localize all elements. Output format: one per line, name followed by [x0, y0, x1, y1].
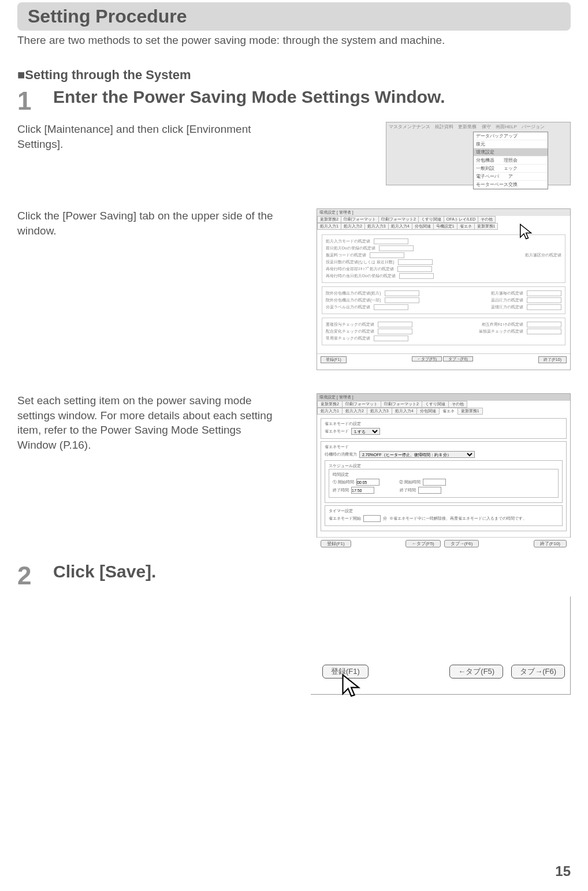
- settings-body: 省エネモードの設定 省エネモード 1.する 省エネモード 待機時の消費電力 2.…: [317, 415, 570, 537]
- step-title: Click [Save].: [53, 561, 156, 583]
- substep-text: Click [Maintenance] and then click [Envi…: [17, 122, 277, 151]
- start2-input[interactable]: [423, 479, 446, 486]
- legend: 省エネモードの設定: [325, 421, 563, 427]
- next-tab-button[interactable]: タブ→(F6): [511, 665, 565, 678]
- start1-input[interactable]: [356, 479, 379, 486]
- power-label: 待機時の消費電力: [325, 452, 357, 457]
- legend: タイマー設定: [329, 508, 559, 514]
- select-field[interactable]: [527, 304, 561, 310]
- menu-item[interactable]: 更新業務: [458, 124, 477, 129]
- section-header: Setting Procedure: [17, 2, 571, 31]
- tab[interactable]: 号機設定1: [433, 223, 457, 230]
- next-tab-button[interactable]: タブ→(F6): [443, 356, 473, 361]
- tab[interactable]: 処方入力4: [388, 223, 412, 230]
- prev-tab-button[interactable]: ←タブ(F5): [449, 665, 503, 678]
- timer-unit: 分: [383, 516, 387, 521]
- dialog-footer: 登録(F1) ←タブ(F5) タブ→(F6) 終了(F10): [317, 353, 570, 366]
- tab[interactable]: 処方入力1: [317, 408, 343, 415]
- tab[interactable]: OFAトレイ/LED: [444, 216, 479, 223]
- tab[interactable]: 処方入力3: [367, 408, 392, 415]
- select-field[interactable]: [385, 297, 419, 303]
- menu-item[interactable]: 統計資料: [435, 124, 453, 129]
- end1-label: 終了時間: [333, 487, 349, 493]
- dropdown-item[interactable]: モーターベース交換: [474, 181, 548, 189]
- tab[interactable]: 印刷フォーマット: [341, 216, 379, 223]
- select-field[interactable]: [374, 335, 408, 341]
- menu-item[interactable]: 画面HELP: [496, 124, 517, 129]
- select-field[interactable]: [379, 245, 414, 251]
- menu-item[interactable]: マスタメンテナンス: [389, 124, 430, 129]
- dropdown-item[interactable]: 電子ペーパ ア: [474, 173, 548, 181]
- close-button[interactable]: 終了(F10): [538, 356, 567, 363]
- select-field[interactable]: [527, 290, 561, 296]
- select-field[interactable]: [378, 329, 412, 334]
- menu-item[interactable]: バージョン: [522, 124, 545, 129]
- select-field[interactable]: [399, 273, 434, 279]
- select-field[interactable]: [385, 290, 419, 296]
- tab[interactable]: くすり関連: [418, 216, 444, 223]
- step-number: 2: [17, 561, 40, 588]
- input-field[interactable]: [398, 259, 433, 265]
- tab[interactable]: その他: [448, 401, 467, 408]
- timer-label: 省エネモード開始: [329, 516, 361, 521]
- tab[interactable]: 印刷フォーマット2: [378, 216, 419, 223]
- menu-item[interactable]: 保守: [482, 124, 491, 129]
- tab[interactable]: 印刷フォーマット: [342, 401, 381, 408]
- screenshot-power-saving: 環境設定 [ 管理者 ] 更新業務2 印刷フォーマット 印刷フォーマット2 くす…: [317, 393, 571, 538]
- timer-input[interactable]: [363, 515, 381, 522]
- select-field[interactable]: [527, 297, 561, 303]
- tab-power-saving[interactable]: 省エネ: [439, 408, 458, 415]
- step-2: 2 Click [Save].: [17, 561, 571, 588]
- tab[interactable]: 処方入力2: [342, 408, 367, 415]
- tab[interactable]: 印刷フォーマット2: [381, 401, 422, 408]
- prev-tab-button[interactable]: ←タブ(F5): [412, 356, 442, 361]
- tab[interactable]: 処方入力3: [364, 223, 389, 230]
- tab[interactable]: 処方入力2: [341, 223, 365, 230]
- tab[interactable]: 更新業務2: [317, 401, 343, 408]
- substep-save: 登録(F1) ←タブ(F5) タブ→(F6): [17, 597, 571, 695]
- tab[interactable]: 処方入力4: [392, 408, 417, 415]
- subheading: ■Setting through the System: [17, 68, 571, 83]
- fieldset-time: 時間設定 ① 開始時間 ② 開始時間 終了時間 終了時間: [329, 469, 559, 498]
- screenshot-menu: マスタメンテナンス 統計資料 更新業務 保守 画面HELP バージョン データバ…: [386, 122, 571, 185]
- dropdown-item[interactable]: 一般則設 ェック: [474, 165, 548, 173]
- select-field[interactable]: [527, 329, 561, 334]
- save-button[interactable]: 登録(F1): [321, 356, 347, 363]
- select-field[interactable]: [374, 238, 408, 244]
- tabs-row-1: 更新業務2 印刷フォーマット 印刷フォーマット2 くすり関連 その他: [317, 401, 570, 408]
- tab[interactable]: その他: [478, 216, 496, 223]
- section-title: Setting Procedure: [28, 6, 560, 27]
- mode-select[interactable]: 1.する: [351, 428, 380, 435]
- save-button[interactable]: 登録(F1): [321, 540, 351, 547]
- dropdown-menu: データバックアップ 復元 環境設定 分包機器 理照会 一般則設 ェック 電子ペー…: [473, 132, 548, 189]
- tab[interactable]: 更新業務2: [317, 216, 341, 223]
- screenshot-save: 登録(F1) ←タブ(F5) タブ→(F6): [305, 597, 571, 695]
- dropdown-item[interactable]: 分包機器 理照会: [474, 156, 548, 165]
- tab[interactable]: 更新業務1: [474, 223, 498, 230]
- step-1: 1 Enter the Power Saving Mode Settings W…: [17, 86, 571, 114]
- tab[interactable]: 分包関連: [412, 223, 434, 230]
- next-tab-button[interactable]: タブ→(F6): [444, 540, 479, 547]
- tab[interactable]: 処方入力1: [317, 223, 341, 230]
- end2-input[interactable]: [418, 487, 441, 494]
- power-select[interactable]: 2.70%OFF（ヒーター停止、復帰時間：約 8 分）: [359, 451, 475, 458]
- dropdown-item[interactable]: データバックアップ: [474, 132, 548, 140]
- select-field[interactable]: [397, 266, 432, 272]
- substep-2: Click the [Power Saving] tab on the uppe…: [17, 208, 571, 370]
- close-button[interactable]: 終了(F10): [534, 540, 567, 547]
- end1-input[interactable]: [351, 487, 374, 494]
- timer-note: ※省エネモード中に一時解除後、再度省エネモードに入るまでの時間です。: [389, 516, 527, 521]
- select-field[interactable]: [527, 322, 561, 327]
- select-field[interactable]: [370, 252, 404, 258]
- prev-tab-button[interactable]: ←タブ(F5): [405, 540, 441, 547]
- legend: 省エネモード: [325, 444, 563, 450]
- select-field[interactable]: [374, 304, 408, 310]
- dropdown-item[interactable]: 復元: [474, 140, 548, 148]
- tab[interactable]: 省エネ: [457, 223, 475, 230]
- tab[interactable]: くすり関連: [422, 401, 449, 408]
- select-field[interactable]: [378, 322, 412, 327]
- tabs-row-1: 更新業務2 印刷フォーマット 印刷フォーマット2 くすり関連 OFAトレイ/LE…: [317, 216, 570, 223]
- dropdown-item-selected[interactable]: 環境設定: [474, 148, 548, 156]
- tab[interactable]: 分包関連: [416, 408, 440, 415]
- tab[interactable]: 更新業務1: [457, 408, 483, 415]
